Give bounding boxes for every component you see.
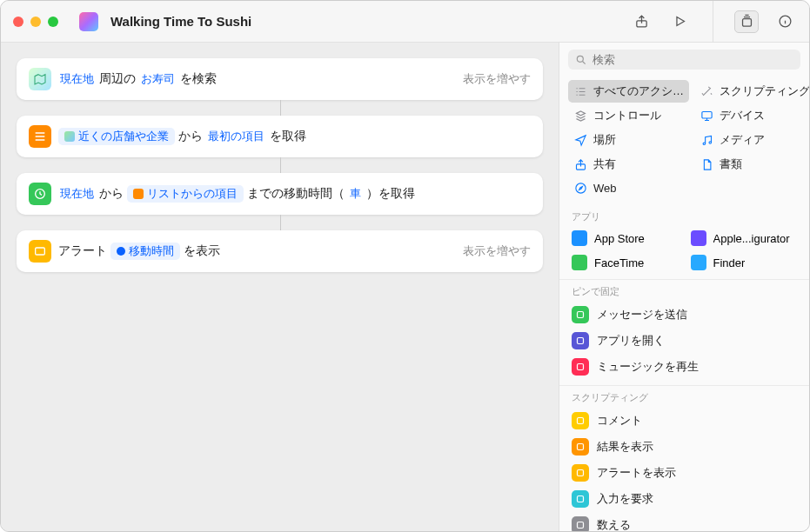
shortcut-icon bbox=[79, 12, 98, 31]
action-text: 近くの店舗や企業から最初の項目を取得 bbox=[58, 128, 306, 145]
action-token[interactable]: 最初の項目 bbox=[206, 128, 266, 145]
traffic-lights bbox=[13, 17, 58, 27]
category-item[interactable]: Web bbox=[568, 177, 689, 198]
action-list-item[interactable]: アプリを開く bbox=[565, 328, 804, 354]
share-button[interactable] bbox=[629, 10, 653, 33]
action-token[interactable]: 移動時間 bbox=[110, 243, 180, 260]
app-item[interactable]: Finder bbox=[687, 251, 801, 274]
run-button[interactable] bbox=[667, 10, 692, 33]
app-label: App Store bbox=[594, 232, 645, 245]
action-list-item[interactable]: 入力を要求 bbox=[565, 486, 804, 512]
category-item[interactable]: 場所 bbox=[568, 129, 689, 151]
yellow-action-icon bbox=[29, 240, 51, 263]
action-card[interactable]: 近くの店舗や企業から最初の項目を取得 bbox=[17, 116, 543, 157]
action-card[interactable]: 現在地周辺のお寿司を検索表示を増やす bbox=[17, 58, 543, 100]
token-label: 現在地 bbox=[60, 186, 94, 202]
expand-button[interactable]: 表示を増やす bbox=[454, 244, 531, 259]
desktop-icon bbox=[700, 109, 713, 123]
action-card[interactable]: アラート移動時間を表示表示を増やす bbox=[17, 230, 543, 272]
action-list-item[interactable]: アラートを表示 bbox=[565, 460, 804, 486]
category-item[interactable]: コントロール bbox=[568, 104, 689, 127]
svg-rect-14 bbox=[578, 418, 584, 424]
app-item[interactable]: Apple...igurator bbox=[687, 227, 801, 249]
svg-rect-17 bbox=[578, 496, 584, 502]
action-list-label: ミュージックを再生 bbox=[597, 359, 699, 375]
token-label: 近くの店舗や企業 bbox=[78, 129, 169, 144]
svg-rect-1 bbox=[742, 19, 751, 27]
doc-icon bbox=[700, 157, 713, 171]
app-item[interactable]: App Store bbox=[568, 227, 682, 249]
app-icon bbox=[572, 230, 587, 246]
svg-rect-4 bbox=[36, 248, 45, 255]
token-label: リストからの項目 bbox=[147, 186, 238, 202]
category-item[interactable]: スクリプティング bbox=[694, 80, 809, 103]
actions-sidebar: すべてのアクシ…スクリプティングコントロールデバイス場所メディア共有書類Webア… bbox=[559, 43, 809, 531]
token-label: 移動時間 bbox=[129, 243, 174, 259]
category-item[interactable]: 共有 bbox=[568, 153, 689, 176]
svg-rect-13 bbox=[578, 364, 584, 370]
action-token[interactable]: 車 bbox=[348, 185, 363, 203]
category-item[interactable]: デバイス bbox=[694, 104, 809, 127]
action-list-item[interactable]: 数える bbox=[565, 512, 804, 531]
close-button[interactable] bbox=[13, 17, 23, 27]
connector bbox=[280, 157, 281, 173]
section-header: スクリプティング bbox=[559, 385, 809, 406]
action-list-icon bbox=[572, 412, 589, 429]
action-list-icon bbox=[572, 464, 589, 482]
category-label: すべてのアクシ… bbox=[593, 83, 684, 99]
action-token[interactable]: 現在地 bbox=[58, 70, 96, 88]
action-list-item[interactable]: コメント bbox=[565, 408, 804, 434]
app-item[interactable]: FaceTime bbox=[568, 251, 682, 274]
action-text-segment: ）を取得 bbox=[366, 186, 415, 202]
action-list: メッセージを送信アプリを開くミュージックを再生 bbox=[559, 300, 809, 385]
search-icon bbox=[575, 54, 587, 66]
action-list-icon bbox=[572, 358, 589, 376]
expand-button[interactable]: 表示を増やす bbox=[454, 72, 531, 87]
category-item[interactable]: 書類 bbox=[694, 153, 809, 176]
category-item[interactable]: メディア bbox=[694, 129, 809, 151]
action-list-label: コメント bbox=[597, 413, 642, 429]
minimize-button[interactable] bbox=[30, 17, 41, 27]
action-text: アラート移動時間を表示 bbox=[58, 243, 220, 260]
stack-icon bbox=[573, 109, 587, 123]
info-button[interactable] bbox=[773, 10, 797, 33]
action-token[interactable]: 近くの店舗や企業 bbox=[58, 128, 175, 145]
svg-rect-16 bbox=[578, 470, 584, 476]
category-label: 共有 bbox=[593, 156, 616, 172]
sidebar-scroll[interactable]: すべてのアクシ…スクリプティングコントロールデバイス場所メディア共有書類Webア… bbox=[559, 76, 809, 531]
maximize-button[interactable] bbox=[48, 17, 58, 27]
action-token[interactable]: リストからの項目 bbox=[127, 185, 244, 203]
app-grid: App StoreApple...iguratorFaceTimeFinder bbox=[559, 225, 809, 279]
window-title: Walking Time To Sushi bbox=[110, 14, 251, 29]
action-card[interactable]: 現在地からリストからの項目までの移動時間（車）を取得 bbox=[17, 173, 543, 215]
action-text-segment: までの移動時間（ bbox=[247, 186, 345, 202]
action-list-item[interactable]: メッセージを送信 bbox=[565, 302, 804, 328]
svg-rect-12 bbox=[578, 338, 584, 344]
search-field[interactable] bbox=[568, 50, 800, 70]
location-icon bbox=[573, 133, 587, 147]
action-list-label: アラートを表示 bbox=[597, 465, 676, 481]
action-token[interactable]: 現在地 bbox=[58, 185, 96, 203]
action-token[interactable]: お寿司 bbox=[139, 70, 177, 88]
svg-rect-18 bbox=[578, 522, 584, 529]
svg-point-8 bbox=[709, 141, 712, 143]
search-input[interactable] bbox=[592, 53, 793, 66]
workflow-canvas[interactable]: 現在地周辺のお寿司を検索表示を増やす近くの店舗や企業から最初の項目を取得現在地か… bbox=[1, 43, 559, 531]
orange-action-icon bbox=[29, 125, 51, 148]
category-label: 書類 bbox=[720, 156, 742, 172]
app-label: FaceTime bbox=[594, 256, 644, 269]
app-label: Finder bbox=[713, 256, 746, 269]
app-icon bbox=[691, 255, 706, 270]
app-icon bbox=[572, 255, 587, 270]
action-list-label: アプリを開く bbox=[597, 333, 665, 349]
action-list-label: 結果を表示 bbox=[597, 439, 653, 455]
section-header: ピンで固定 bbox=[559, 279, 809, 300]
action-list-item[interactable]: ミュージックを再生 bbox=[565, 354, 804, 380]
action-list-item[interactable]: 結果を表示 bbox=[565, 434, 804, 460]
section-header: アプリ bbox=[559, 205, 809, 225]
connector bbox=[280, 215, 281, 230]
loc-token-icon bbox=[117, 247, 125, 256]
category-item[interactable]: すべてのアクシ… bbox=[568, 80, 689, 103]
action-text-segment: を取得 bbox=[270, 129, 306, 144]
library-button[interactable] bbox=[734, 10, 759, 33]
